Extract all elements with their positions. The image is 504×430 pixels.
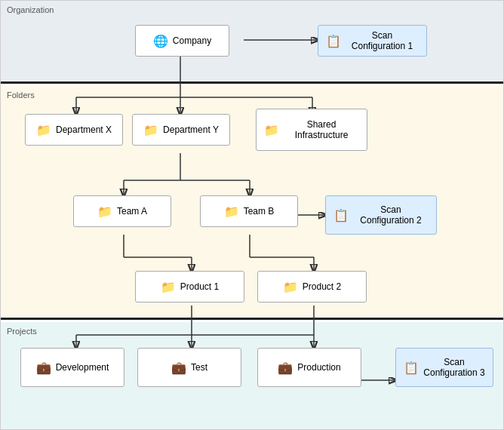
team-b-label: Team B bbox=[244, 206, 275, 217]
team-a-label: Team A bbox=[117, 206, 147, 217]
development-node[interactable]: 💼 Development bbox=[20, 348, 124, 387]
briefcase-icon-prod: 💼 bbox=[278, 361, 293, 375]
section-org: Organization bbox=[1, 1, 503, 84]
folder-icon-teamb: 📁 bbox=[224, 204, 239, 219]
production-label: Production bbox=[297, 362, 340, 373]
scan-config-3-label: Scan Configuration 3 bbox=[423, 357, 485, 378]
product-1-node[interactable]: 📁 Product 1 bbox=[135, 271, 244, 303]
section-org-label: Organization bbox=[7, 5, 54, 14]
company-label: Company bbox=[173, 35, 211, 46]
test-label: Test bbox=[191, 362, 207, 373]
folder-icon-deptx: 📁 bbox=[36, 123, 51, 137]
scan-icon-1: 📋 bbox=[326, 34, 341, 48]
folder-icon-product1: 📁 bbox=[161, 280, 176, 294]
briefcase-icon-test: 💼 bbox=[171, 361, 186, 375]
product-1-label: Product 1 bbox=[180, 281, 219, 292]
production-node[interactable]: 💼 Production bbox=[257, 348, 361, 387]
dept-y-node[interactable]: 📁 Department Y bbox=[132, 114, 230, 146]
development-label: Development bbox=[56, 362, 109, 373]
product-2-node[interactable]: 📁 Product 2 bbox=[257, 271, 367, 303]
team-a-node[interactable]: 📁 Team A bbox=[73, 195, 171, 227]
test-node[interactable]: 💼 Test bbox=[137, 348, 241, 387]
section-folders-label: Folders bbox=[7, 91, 35, 100]
globe-icon: 🌐 bbox=[153, 34, 168, 48]
scan-config-1-label: Scan Configuration 1 bbox=[346, 30, 419, 51]
dept-y-label: Department Y bbox=[163, 124, 219, 135]
shared-infra-node[interactable]: 📁 Shared Infrastructure bbox=[256, 109, 367, 151]
team-b-node[interactable]: 📁 Team B bbox=[200, 195, 298, 227]
folder-icon-shared: 📁 bbox=[264, 123, 279, 137]
shared-infra-label: Shared Infrastructure bbox=[284, 119, 359, 140]
diagram-container: Organization Folders Projects bbox=[0, 0, 504, 430]
scan-config-2-label: Scan Configuration 2 bbox=[353, 204, 429, 226]
scan-config-1-node[interactable]: 📋 Scan Configuration 1 bbox=[318, 25, 427, 57]
scan-config-3-node[interactable]: 📋 Scan Configuration 3 bbox=[395, 348, 493, 387]
briefcase-icon-dev: 💼 bbox=[36, 361, 51, 375]
dept-x-label: Department X bbox=[56, 124, 112, 135]
product-2-label: Product 2 bbox=[303, 281, 341, 292]
scan-config-2-node[interactable]: 📋 Scan Configuration 2 bbox=[325, 195, 437, 235]
company-node[interactable]: 🌐 Company bbox=[135, 25, 229, 57]
scan-icon-3: 📋 bbox=[404, 361, 419, 375]
scan-icon-2: 📋 bbox=[333, 208, 349, 223]
folder-icon-depty: 📁 bbox=[143, 123, 158, 137]
dept-x-node[interactable]: 📁 Department X bbox=[25, 114, 123, 146]
section-projects-label: Projects bbox=[7, 327, 37, 336]
folder-icon-teama: 📁 bbox=[97, 204, 112, 219]
folder-icon-product2: 📁 bbox=[283, 280, 298, 294]
